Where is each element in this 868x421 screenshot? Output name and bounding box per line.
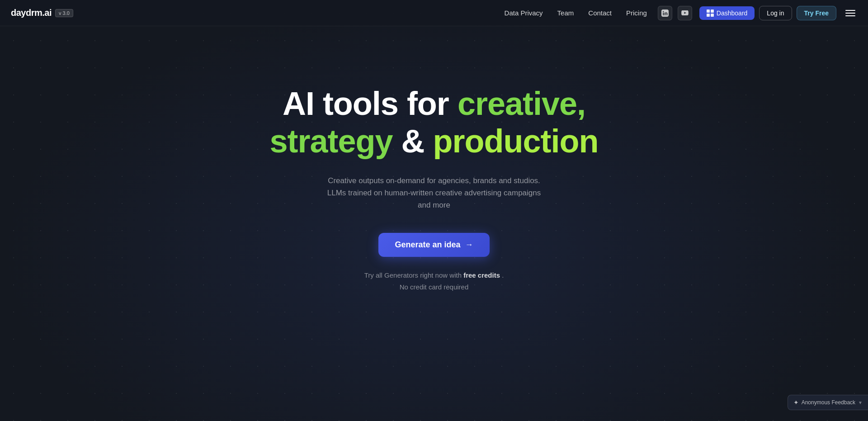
try-free-button[interactable]: Try Free bbox=[797, 6, 836, 20]
chevron-down-icon: ▼ bbox=[858, 400, 863, 405]
hero-title-strategy: strategy bbox=[269, 123, 392, 159]
feedback-label: Anonymous Feedback bbox=[802, 399, 855, 406]
hero-title-prefix: AI tools for bbox=[283, 85, 458, 122]
version-badge: v 3.0 bbox=[55, 9, 73, 17]
subtext-normal: Try all Generators right now with bbox=[364, 271, 464, 279]
generate-idea-label: Generate an idea bbox=[395, 240, 460, 250]
nav-link-pricing[interactable]: Pricing bbox=[626, 9, 647, 17]
hero-title-line2: strategy & production bbox=[269, 123, 598, 160]
logo-text: daydrm.ai bbox=[11, 8, 52, 18]
hero-title-creative: creative, bbox=[458, 85, 585, 122]
hero-title-line1: AI tools for creative, bbox=[269, 85, 598, 123]
dashboard-button[interactable]: Dashboard bbox=[699, 6, 755, 20]
logo[interactable]: daydrm.ai v 3.0 bbox=[11, 8, 73, 18]
nav-links: Data Privacy Team Contact Pricing bbox=[505, 9, 647, 17]
nav-actions: Dashboard Log in Try Free bbox=[699, 6, 857, 20]
nav-link-data-privacy[interactable]: Data Privacy bbox=[505, 9, 543, 17]
nav-link-team[interactable]: Team bbox=[557, 9, 574, 17]
navbar: daydrm.ai v 3.0 Data Privacy Team Contac… bbox=[0, 0, 868, 26]
linkedin-button[interactable] bbox=[658, 6, 672, 20]
hero-subtext: Try all Generators right now with free c… bbox=[364, 270, 504, 293]
linkedin-icon bbox=[661, 9, 669, 17]
nav-social-icons bbox=[658, 6, 692, 20]
hero-section: AI tools for creative, strategy & produc… bbox=[0, 26, 868, 293]
hamburger-menu-button[interactable] bbox=[844, 8, 857, 18]
hero-title: AI tools for creative, strategy & produc… bbox=[269, 85, 598, 160]
subtext-no-credit-card: No credit card required bbox=[400, 283, 469, 291]
login-button[interactable]: Log in bbox=[759, 6, 792, 20]
hero-subtitle: Creative outputs on-demand for agencies,… bbox=[321, 175, 547, 212]
nav-link-contact[interactable]: Contact bbox=[588, 9, 612, 17]
feedback-widget[interactable]: ✦ Anonymous Feedback ▼ bbox=[788, 395, 868, 410]
hero-title-and: & bbox=[401, 123, 433, 159]
arrow-right-icon: → bbox=[465, 240, 473, 250]
feedback-icon: ✦ bbox=[793, 399, 799, 406]
subtext-bold: free credits bbox=[463, 271, 500, 279]
subtext-normal2: . bbox=[500, 271, 504, 279]
youtube-icon bbox=[681, 9, 689, 17]
youtube-button[interactable] bbox=[678, 6, 692, 20]
dashboard-grid-icon bbox=[707, 9, 714, 17]
hero-title-production: production bbox=[433, 123, 599, 159]
generate-idea-button[interactable]: Generate an idea → bbox=[378, 233, 489, 257]
